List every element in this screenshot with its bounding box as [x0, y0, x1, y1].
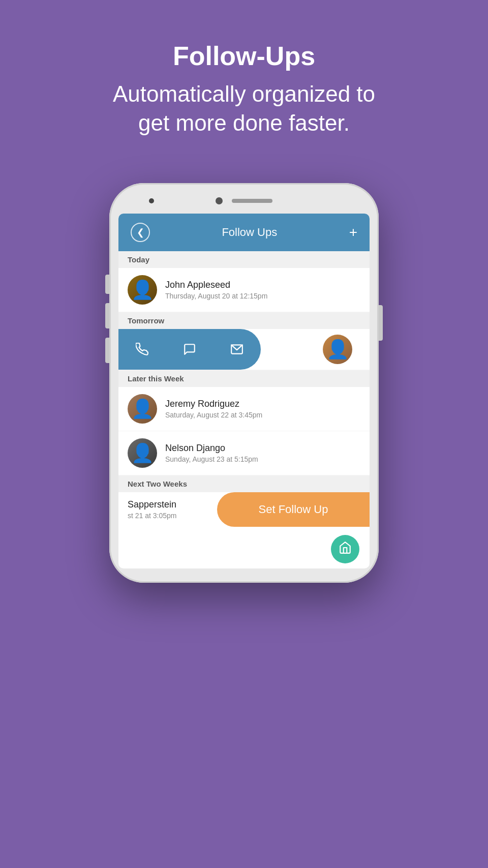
phone-side-buttons-right — [379, 305, 383, 341]
list-item-tomorrow[interactable] — [118, 329, 370, 370]
contact-name-john: John Appleseed — [165, 280, 360, 290]
app-navbar: ❮ Follow Ups + — [118, 214, 370, 251]
camera-lens — [216, 197, 223, 204]
avatar-tomorrow — [323, 335, 352, 364]
list-item-sapperstein[interactable]: Sapperstein st 21 at 3:05pm Set Follow U… — [118, 492, 370, 527]
contact-date-sapperstein: st 21 at 3:05pm — [128, 512, 209, 520]
call-action-button[interactable] — [130, 343, 155, 356]
set-follow-up-button[interactable]: Set Follow Up — [217, 492, 370, 527]
section-later-week: Later this Week — [118, 370, 370, 387]
avatar-jeremy — [128, 394, 157, 424]
list-item-jeremy[interactable]: Jeremy Rodriguez Saturday, August 22 at … — [118, 387, 370, 431]
volume-up-btn — [105, 303, 109, 328]
phone-wrapper: ❮ Follow Ups + Today John Appleseed Thur… — [0, 183, 488, 583]
contact-info-nelson: Nelson Django Sunday, August 23 at 5:15p… — [165, 443, 360, 463]
contact-date-jeremy: Saturday, August 22 at 3:45pm — [165, 411, 360, 419]
contact-date-john: Thursday, August 20 at 12:15pm — [165, 292, 360, 300]
contact-name-jeremy: Jeremy Rodriguez — [165, 399, 360, 409]
tomorrow-avatar-area — [261, 330, 370, 369]
list-item-nelson[interactable]: Nelson Django Sunday, August 23 at 5:15p… — [118, 431, 370, 475]
phone-screen: ❮ Follow Ups + Today John Appleseed Thur… — [118, 214, 370, 568]
back-icon: ❮ — [137, 227, 144, 238]
front-camera — [149, 198, 154, 203]
list-item[interactable]: John Appleseed Thursday, August 20 at 12… — [118, 268, 370, 312]
section-tomorrow: Tomorrow — [118, 312, 370, 329]
add-button[interactable]: + — [349, 225, 357, 240]
header-section: Follow-Ups Automatically organized toget… — [0, 0, 488, 163]
page-subtitle: Automatically organized toget more done … — [51, 79, 437, 137]
speaker-grille — [232, 199, 272, 203]
contact-info-john: John Appleseed Thursday, August 20 at 12… — [165, 280, 360, 300]
avatar-john — [128, 275, 157, 305]
volume-down-btn — [105, 338, 109, 363]
back-button[interactable]: ❮ — [131, 223, 150, 242]
contact-name-sapperstein: Sapperstein — [128, 499, 209, 510]
volume-silent-btn — [105, 275, 109, 294]
email-action-button[interactable] — [224, 343, 250, 356]
message-action-button[interactable] — [177, 343, 202, 356]
home-button[interactable] — [331, 535, 359, 563]
contact-info-jeremy: Jeremy Rodriguez Saturday, August 22 at … — [165, 399, 360, 419]
phone-side-buttons-left — [105, 275, 109, 363]
section-next-two-weeks: Next Two Weeks — [118, 475, 370, 492]
contact-date-nelson: Sunday, August 23 at 5:15pm — [165, 455, 360, 463]
phone-top-bar — [118, 197, 370, 204]
phone-frame: ❮ Follow Ups + Today John Appleseed Thur… — [109, 183, 379, 583]
avatar-nelson — [128, 438, 157, 468]
section-today: Today — [118, 251, 370, 268]
contact-info-sapperstein: Sapperstein st 21 at 3:05pm — [128, 499, 209, 520]
power-btn — [379, 305, 383, 341]
phone-home-area — [118, 527, 370, 568]
swipe-action-buttons[interactable] — [118, 329, 261, 370]
home-icon — [339, 541, 352, 557]
page-title: Follow-Ups — [51, 41, 437, 71]
navbar-title: Follow Ups — [222, 226, 277, 239]
contact-name-nelson: Nelson Django — [165, 443, 360, 454]
